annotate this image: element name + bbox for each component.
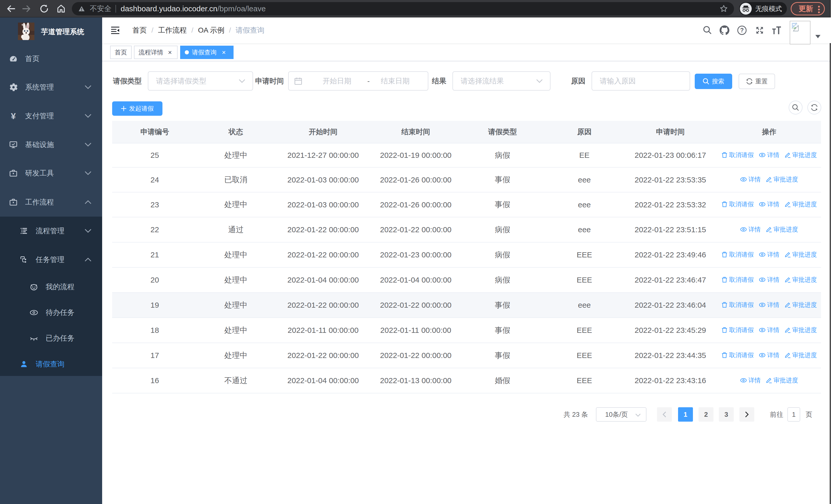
svg-text:?: ? [740, 27, 744, 34]
